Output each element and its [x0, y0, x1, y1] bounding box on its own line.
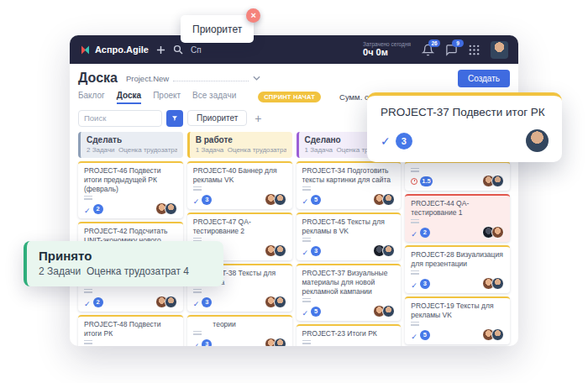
column-meta: 2 Задачи Оценка трудозатрат 4	[87, 146, 177, 154]
time-tracked: Затрачено сегодня 0ч 0м	[363, 41, 411, 58]
description-icon	[411, 219, 419, 224]
priority-filter-button[interactable]: Приоритет	[187, 110, 247, 126]
add-icon[interactable]	[156, 45, 165, 55]
app-logo[interactable]: Аспро.Agile	[80, 45, 149, 55]
task-card[interactable]: PROJECT-40 Баннер для рекламы VK 3	[187, 161, 292, 209]
avatars	[155, 296, 177, 308]
priority-tooltip: Приоритет	[181, 15, 254, 43]
description-icon	[193, 289, 202, 294]
estimate-badge: 3	[202, 195, 212, 205]
tab[interactable]: Все задачи	[192, 91, 236, 104]
task-card[interactable]: PROJECT-46 Подвести итоги предыдущей РК …	[78, 161, 183, 218]
avatar	[491, 328, 504, 341]
check-icon	[84, 295, 91, 310]
description-icon	[411, 168, 419, 173]
zoomed-task-card[interactable]: PROJECT-37 Подвести итог РК 3	[367, 92, 562, 162]
task-card[interactable]: 2	[78, 282, 183, 312]
filter-button[interactable]	[166, 110, 183, 127]
avatars	[265, 338, 286, 346]
avatar	[274, 338, 286, 346]
task-card[interactable]: PROJECT-23 Итоги РК 5	[297, 324, 402, 346]
alarm-badge: 1.5	[420, 176, 432, 186]
check-icon	[193, 295, 200, 310]
card-footer: 3	[302, 245, 396, 256]
chevron-down-icon	[253, 76, 260, 81]
notifications-button[interactable]: 26	[422, 44, 434, 56]
description-icon	[84, 196, 92, 201]
task-card[interactable]: PROJECT-44 QA-тестирование 1 2	[405, 194, 510, 242]
accepted-meta: 2 Задачи Оценка трудозатрат 4	[39, 265, 212, 277]
task-card[interactable]: PROJECT-45 Тексты для рекламы в VK 3	[297, 212, 402, 260]
topbar-nav-fragment[interactable]: Сп	[191, 45, 202, 55]
avatar	[274, 244, 286, 257]
task-card[interactable]: PROJECT-34 Подготовить тексты картинки д…	[297, 161, 402, 209]
description-icon	[84, 289, 92, 294]
card-title: PROJECT-45 Тексты для рекламы в VK	[302, 218, 396, 236]
description-icon	[84, 340, 92, 345]
time-caption: Затрачено сегодня	[363, 41, 411, 47]
accepted-column-header-overlay: Принято 2 Задачи Оценка трудозатрат 4	[24, 241, 223, 286]
avatars	[155, 202, 177, 215]
apps-grid-icon[interactable]	[469, 45, 480, 55]
avatars	[482, 226, 504, 239]
description-icon	[302, 298, 311, 303]
task-card[interactable]: теории 3	[187, 315, 292, 346]
avatar	[491, 277, 504, 290]
check-icon	[411, 225, 417, 240]
task-card[interactable]: PROJECT-28 Визуализация для презентации …	[405, 245, 510, 293]
card-list: PROJECT-34 Подготовить тексты картинки д…	[297, 161, 402, 346]
column-header[interactable]: В работе 1 Задача Оценка трудозатрат 3	[187, 132, 292, 158]
create-button[interactable]: Создать	[458, 70, 510, 87]
avatar	[165, 202, 177, 215]
search-icon[interactable]	[173, 45, 183, 55]
card-title: PROJECT-44 QA-тестирование 1	[411, 199, 504, 218]
card-title: PROJECT-48 Подвести итоги РК	[84, 320, 177, 338]
add-column-button[interactable]: +	[251, 112, 265, 125]
board-column: В работе 1 Задача Оценка трудозатрат 3 P…	[187, 132, 292, 346]
task-card[interactable]: 1.5	[405, 161, 510, 191]
card-title: PROJECT-47 QA-тестирование 2	[193, 218, 286, 236]
project-select[interactable]: Project.New	[126, 74, 260, 83]
search-input[interactable]	[78, 110, 162, 127]
check-icon	[302, 192, 309, 207]
tab[interactable]: Проект	[153, 91, 181, 104]
estimate-badge: 5	[311, 307, 321, 317]
card-footer: 2	[411, 227, 504, 238]
avatar	[274, 296, 286, 308]
check-icon	[302, 304, 309, 319]
avatar	[382, 244, 395, 257]
check-icon	[193, 337, 200, 346]
estimate-badge: 3	[396, 133, 412, 150]
user-avatar[interactable]	[491, 41, 508, 59]
column-title: В работе	[196, 135, 286, 144]
card-title: PROJECT-23 Итоги РК	[302, 329, 396, 338]
messages-button[interactable]: 9	[445, 44, 458, 56]
description-icon	[193, 186, 202, 192]
card-footer: 5	[302, 194, 396, 205]
avatars	[265, 193, 286, 206]
board-column: Сделать 2 Задачи Оценка трудозатрат 4 PR…	[78, 132, 183, 346]
card-footer: 2	[84, 203, 177, 214]
avatars	[482, 277, 504, 290]
card-title: PROJECT-28 Визуализация для презентации	[411, 250, 504, 269]
estimate-badge: 3	[202, 297, 212, 307]
topbar: Аспро.Agile Сп Затрачено сегодня 0ч 0м 2…	[70, 35, 518, 64]
project-select-underline	[173, 75, 249, 81]
card-title: теории	[193, 320, 286, 329]
task-card[interactable]: PROJECT-48 Подвести итоги РК 2	[78, 315, 183, 346]
close-icon[interactable]	[246, 8, 260, 23]
card-title: PROJECT-34 Подготовить тексты картинки д…	[302, 166, 396, 185]
tab[interactable]: Доска	[117, 91, 141, 104]
tab[interactable]: Баклог	[78, 91, 105, 104]
avatars	[265, 244, 286, 257]
zoomed-card-footer: 3	[381, 129, 549, 152]
check-icon	[302, 244, 309, 259]
description-icon	[193, 331, 202, 336]
page: Аспро.Agile Сп Затрачено сегодня 0ч 0м 2…	[0, 0, 588, 383]
card-footer: 3	[411, 278, 504, 289]
task-card[interactable]: PROJECT-37 Визуальные материалы для ново…	[297, 264, 402, 321]
card-title: PROJECT-19 Тексты для рекламы VK	[411, 302, 504, 320]
avatar	[274, 193, 286, 206]
column-header[interactable]: Сделать 2 Задачи Оценка трудозатрат 4	[78, 132, 183, 158]
task-card[interactable]: PROJECT-19 Тексты для рекламы VK 5	[405, 296, 510, 344]
